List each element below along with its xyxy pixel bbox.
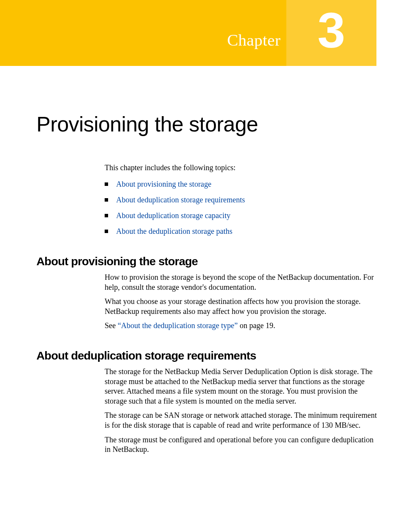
chapter-label: Chapter xyxy=(0,31,281,49)
section-heading-provisioning: About provisioning the storage xyxy=(36,255,414,268)
section-body-provisioning: How to provision the storage is beyond t… xyxy=(105,273,381,331)
topic-item: About deduplication storage capacity xyxy=(105,210,373,221)
intro-text: This chapter includes the following topi… xyxy=(105,163,414,172)
document-page: Chapter 3 Provisioning the storage This … xyxy=(0,0,414,532)
topic-list: About provisioning the storage About ded… xyxy=(105,179,373,236)
see-link[interactable]: “About the deduplication storage type” xyxy=(118,321,238,330)
chapter-banner: Chapter 3 xyxy=(0,0,414,66)
topic-link[interactable]: About deduplication storage capacity xyxy=(116,211,230,220)
topic-item: About deduplication storage requirements xyxy=(105,195,373,205)
see-prefix: See xyxy=(105,321,118,330)
body-paragraph: The storage can be SAN storage or networ… xyxy=(105,410,381,430)
body-paragraph: How to provision the storage is beyond t… xyxy=(105,273,381,292)
section-heading-requirements: About deduplication storage requirements xyxy=(36,349,414,362)
topic-item: About provisioning the storage xyxy=(105,179,373,189)
chapter-number: 3 xyxy=(286,0,376,66)
see-suffix: on page 19. xyxy=(238,321,275,330)
topic-link[interactable]: About deduplication storage requirements xyxy=(116,195,245,204)
topic-link[interactable]: About the deduplication storage paths xyxy=(116,227,232,235)
see-reference: See “About the deduplication storage typ… xyxy=(105,321,381,331)
section-body-requirements: The storage for the NetBackup Media Serv… xyxy=(105,367,381,455)
body-paragraph: The storage must be configured and opera… xyxy=(105,435,381,455)
topic-link[interactable]: About provisioning the storage xyxy=(116,180,211,188)
page-content: Provisioning the storage This chapter in… xyxy=(0,66,414,459)
body-paragraph: What you choose as your storage destinat… xyxy=(105,297,381,316)
body-paragraph: The storage for the NetBackup Media Serv… xyxy=(105,367,381,406)
page-title: Provisioning the storage xyxy=(36,112,414,136)
topic-item: About the deduplication storage paths xyxy=(105,226,373,236)
